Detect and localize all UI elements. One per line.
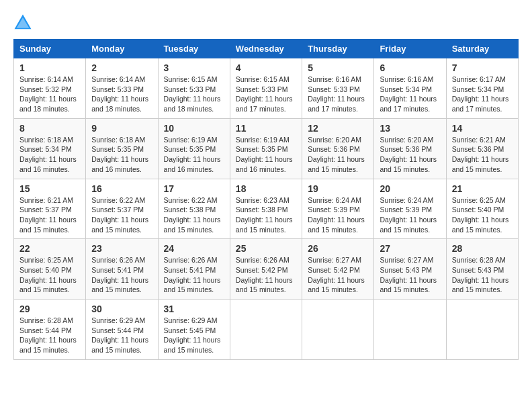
- day-number: 20: [380, 183, 440, 194]
- day-info: Sunrise: 6:27 AMSunset: 5:42 PMDaylight:…: [308, 255, 368, 295]
- day-number: 4: [236, 62, 296, 73]
- day-number: 30: [91, 304, 152, 314]
- day-cell: [230, 300, 302, 360]
- week-row-2: 8 Sunrise: 6:18 AMSunset: 5:34 PMDayligh…: [14, 118, 519, 179]
- day-number: 21: [452, 183, 513, 194]
- day-cell: 24 Sunrise: 6:26 AMSunset: 5:41 PMDaylig…: [158, 239, 230, 300]
- day-number: 5: [308, 62, 368, 73]
- day-number: 10: [164, 123, 224, 134]
- day-number: 25: [236, 243, 296, 254]
- day-number: 7: [452, 62, 513, 73]
- day-cell: 26 Sunrise: 6:27 AMSunset: 5:42 PMDaylig…: [302, 239, 374, 300]
- day-info: Sunrise: 6:29 AMSunset: 5:45 PMDaylight:…: [164, 316, 224, 355]
- day-info: Sunrise: 6:15 AMSunset: 5:33 PMDaylight:…: [236, 75, 296, 114]
- day-cell: 4 Sunrise: 6:15 AMSunset: 5:33 PMDayligh…: [230, 58, 302, 119]
- day-cell: [302, 300, 374, 360]
- day-info: Sunrise: 6:16 AMSunset: 5:33 PMDaylight:…: [308, 75, 368, 114]
- day-info: Sunrise: 6:20 AMSunset: 5:36 PMDaylight:…: [380, 135, 440, 175]
- day-cell: 13 Sunrise: 6:20 AMSunset: 5:36 PMDaylig…: [374, 118, 446, 179]
- week-row-3: 15 Sunrise: 6:21 AMSunset: 5:37 PMDaylig…: [14, 179, 519, 239]
- weekday-header-row: SundayMondayTuesdayWednesdayThursdayFrid…: [14, 40, 519, 58]
- week-row-1: 1 Sunrise: 6:14 AMSunset: 5:32 PMDayligh…: [14, 58, 519, 119]
- day-number: 27: [380, 243, 440, 254]
- day-cell: 1 Sunrise: 6:14 AMSunset: 5:32 PMDayligh…: [14, 58, 86, 119]
- day-cell: 19 Sunrise: 6:24 AMSunset: 5:39 PMDaylig…: [302, 179, 374, 239]
- day-info: Sunrise: 6:25 AMSunset: 5:40 PMDaylight:…: [452, 195, 513, 235]
- weekday-saturday: Saturday: [446, 40, 518, 58]
- day-info: Sunrise: 6:22 AMSunset: 5:37 PMDaylight:…: [91, 195, 152, 235]
- day-info: Sunrise: 6:18 AMSunset: 5:35 PMDaylight:…: [91, 135, 152, 175]
- day-number: 8: [19, 123, 80, 134]
- day-cell: 15 Sunrise: 6:21 AMSunset: 5:37 PMDaylig…: [14, 179, 86, 239]
- weekday-sunday: Sunday: [14, 40, 86, 58]
- day-cell: 12 Sunrise: 6:20 AMSunset: 5:36 PMDaylig…: [302, 118, 374, 179]
- day-cell: 7 Sunrise: 6:17 AMSunset: 5:34 PMDayligh…: [446, 58, 518, 119]
- day-number: 14: [452, 123, 513, 134]
- day-cell: [446, 300, 518, 360]
- day-number: 18: [236, 183, 296, 194]
- day-number: 16: [91, 183, 152, 194]
- day-number: 31: [164, 304, 224, 314]
- day-info: Sunrise: 6:28 AMSunset: 5:43 PMDaylight:…: [452, 255, 513, 295]
- day-cell: 22 Sunrise: 6:25 AMSunset: 5:40 PMDaylig…: [14, 239, 86, 300]
- day-cell: 18 Sunrise: 6:23 AMSunset: 5:38 PMDaylig…: [230, 179, 302, 239]
- day-info: Sunrise: 6:20 AMSunset: 5:36 PMDaylight:…: [308, 135, 368, 175]
- day-info: Sunrise: 6:25 AMSunset: 5:40 PMDaylight:…: [19, 255, 80, 295]
- day-info: Sunrise: 6:28 AMSunset: 5:44 PMDaylight:…: [19, 316, 80, 355]
- day-number: 28: [452, 243, 513, 254]
- day-cell: 29 Sunrise: 6:28 AMSunset: 5:44 PMDaylig…: [14, 300, 86, 360]
- day-info: Sunrise: 6:17 AMSunset: 5:34 PMDaylight:…: [452, 75, 513, 114]
- day-cell: 16 Sunrise: 6:22 AMSunset: 5:37 PMDaylig…: [86, 179, 158, 239]
- day-info: Sunrise: 6:16 AMSunset: 5:34 PMDaylight:…: [380, 75, 440, 114]
- page-header: [13, 13, 519, 32]
- day-cell: 20 Sunrise: 6:24 AMSunset: 5:39 PMDaylig…: [374, 179, 446, 239]
- day-info: Sunrise: 6:23 AMSunset: 5:38 PMDaylight:…: [236, 195, 296, 235]
- day-number: 11: [236, 123, 296, 134]
- day-number: 15: [19, 183, 80, 194]
- day-info: Sunrise: 6:14 AMSunset: 5:32 PMDaylight:…: [19, 75, 80, 114]
- day-number: 24: [164, 243, 224, 254]
- day-cell: 17 Sunrise: 6:22 AMSunset: 5:38 PMDaylig…: [158, 179, 230, 239]
- day-info: Sunrise: 6:15 AMSunset: 5:33 PMDaylight:…: [164, 75, 224, 114]
- day-info: Sunrise: 6:29 AMSunset: 5:44 PMDaylight:…: [91, 316, 152, 355]
- day-info: Sunrise: 6:18 AMSunset: 5:34 PMDaylight:…: [19, 135, 80, 175]
- day-cell: 2 Sunrise: 6:14 AMSunset: 5:33 PMDayligh…: [86, 58, 158, 119]
- day-info: Sunrise: 6:14 AMSunset: 5:33 PMDaylight:…: [91, 75, 152, 114]
- day-info: Sunrise: 6:26 AMSunset: 5:41 PMDaylight:…: [164, 255, 224, 295]
- calendar-table: SundayMondayTuesdayWednesdayThursdayFrid…: [13, 39, 519, 360]
- logo-icon: [13, 13, 32, 32]
- day-info: Sunrise: 6:19 AMSunset: 5:35 PMDaylight:…: [164, 135, 224, 175]
- day-cell: 31 Sunrise: 6:29 AMSunset: 5:45 PMDaylig…: [158, 300, 230, 360]
- day-cell: 9 Sunrise: 6:18 AMSunset: 5:35 PMDayligh…: [86, 118, 158, 179]
- day-number: 19: [308, 183, 368, 194]
- day-cell: [374, 300, 446, 360]
- weekday-friday: Friday: [374, 40, 446, 58]
- weekday-tuesday: Tuesday: [158, 40, 230, 58]
- day-number: 17: [164, 183, 224, 194]
- day-info: Sunrise: 6:21 AMSunset: 5:36 PMDaylight:…: [452, 135, 513, 175]
- weekday-wednesday: Wednesday: [230, 40, 302, 58]
- day-cell: 30 Sunrise: 6:29 AMSunset: 5:44 PMDaylig…: [86, 300, 158, 360]
- day-number: 9: [91, 123, 152, 134]
- day-cell: 28 Sunrise: 6:28 AMSunset: 5:43 PMDaylig…: [446, 239, 518, 300]
- day-cell: 25 Sunrise: 6:26 AMSunset: 5:42 PMDaylig…: [230, 239, 302, 300]
- day-cell: 3 Sunrise: 6:15 AMSunset: 5:33 PMDayligh…: [158, 58, 230, 119]
- day-cell: 21 Sunrise: 6:25 AMSunset: 5:40 PMDaylig…: [446, 179, 518, 239]
- day-info: Sunrise: 6:21 AMSunset: 5:37 PMDaylight:…: [19, 195, 80, 235]
- weekday-thursday: Thursday: [302, 40, 374, 58]
- day-cell: 11 Sunrise: 6:19 AMSunset: 5:35 PMDaylig…: [230, 118, 302, 179]
- day-cell: 27 Sunrise: 6:27 AMSunset: 5:43 PMDaylig…: [374, 239, 446, 300]
- day-number: 12: [308, 123, 368, 134]
- day-number: 3: [164, 62, 224, 73]
- day-cell: 6 Sunrise: 6:16 AMSunset: 5:34 PMDayligh…: [374, 58, 446, 119]
- day-cell: 10 Sunrise: 6:19 AMSunset: 5:35 PMDaylig…: [158, 118, 230, 179]
- day-info: Sunrise: 6:24 AMSunset: 5:39 PMDaylight:…: [380, 195, 440, 235]
- day-number: 23: [91, 243, 152, 254]
- day-cell: 14 Sunrise: 6:21 AMSunset: 5:36 PMDaylig…: [446, 118, 518, 179]
- logo: [13, 13, 35, 32]
- calendar-body: 1 Sunrise: 6:14 AMSunset: 5:32 PMDayligh…: [14, 58, 519, 360]
- day-info: Sunrise: 6:19 AMSunset: 5:35 PMDaylight:…: [236, 135, 296, 175]
- day-info: Sunrise: 6:22 AMSunset: 5:38 PMDaylight:…: [164, 195, 224, 235]
- week-row-4: 22 Sunrise: 6:25 AMSunset: 5:40 PMDaylig…: [14, 239, 519, 300]
- day-number: 2: [91, 62, 152, 73]
